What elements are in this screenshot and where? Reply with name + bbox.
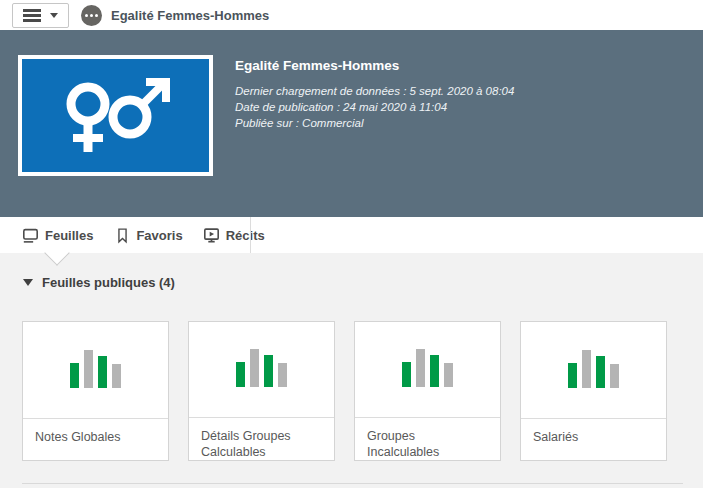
sheet-card-list: Notes Globales Détails Groupes Calculabl… [22, 321, 703, 461]
tab-recits[interactable]: Récits [203, 227, 265, 244]
hamburger-icon [23, 9, 41, 22]
tab-label: Récits [226, 228, 265, 243]
story-icon [203, 227, 220, 244]
sheet-title: Groupes Incalculables [355, 418, 500, 460]
sheets-panel: Feuilles publiques (4) Notes Globales Dé… [0, 253, 703, 488]
public-sheets-section-header[interactable]: Feuilles publiques (4) [23, 275, 703, 290]
app-info-header: Egalité Femmes-Hommes Dernier chargement… [0, 30, 703, 217]
sheet-thumbnail [23, 322, 168, 419]
bar-chart-icon [236, 349, 287, 387]
published-stream-text: Publiée sur : Commercial [235, 115, 514, 131]
sheet-card-groupes-incalculables[interactable]: Groupes Incalculables [354, 321, 501, 461]
tab-favoris[interactable]: Favoris [115, 227, 182, 244]
main-menu-button[interactable] [12, 3, 69, 28]
sheet-title: Détails Groupes Calculables [189, 418, 334, 460]
sheet-thumbnail [521, 322, 666, 419]
bookmark-icon [115, 227, 130, 244]
overview-tab-bar: Feuilles Favoris Récits [0, 217, 703, 253]
sheet-title: Salariés [521, 419, 666, 460]
sheet-title: Notes Globales [23, 419, 168, 460]
tab-bar-divider [250, 217, 251, 253]
section-divider [22, 483, 683, 484]
chevron-down-icon [50, 13, 58, 18]
app-title: Egalité Femmes-Hommes [235, 58, 514, 73]
bar-chart-icon [70, 350, 121, 388]
sheet-thumbnail [189, 322, 334, 418]
more-icon [85, 14, 88, 17]
sheet-card-salaries[interactable]: Salariés [520, 321, 667, 461]
tab-label: Favoris [136, 228, 182, 243]
tab-label: Feuilles [45, 228, 93, 243]
last-reload-text: Dernier chargement de données : 5 sept. … [235, 83, 514, 99]
publish-date-text: Date de publication : 24 mai 2020 à 11:0… [235, 99, 514, 115]
sheet-thumbnail [355, 322, 500, 418]
app-options-button[interactable] [81, 5, 102, 26]
sheet-card-notes-globales[interactable]: Notes Globales [22, 321, 169, 461]
sheet-card-details-groupes-calculables[interactable]: Détails Groupes Calculables [188, 321, 335, 461]
sheet-icon [22, 227, 39, 244]
app-thumbnail [18, 55, 213, 176]
bar-chart-icon [402, 349, 453, 387]
top-bar: Egalité Femmes-Hommes [0, 0, 703, 30]
topbar-app-title: Egalité Femmes-Hommes [111, 8, 269, 23]
bar-chart-icon [568, 350, 619, 388]
triangle-down-icon [23, 279, 33, 286]
section-title: Feuilles publiques (4) [42, 275, 175, 290]
gender-symbols-icon [22, 59, 209, 172]
